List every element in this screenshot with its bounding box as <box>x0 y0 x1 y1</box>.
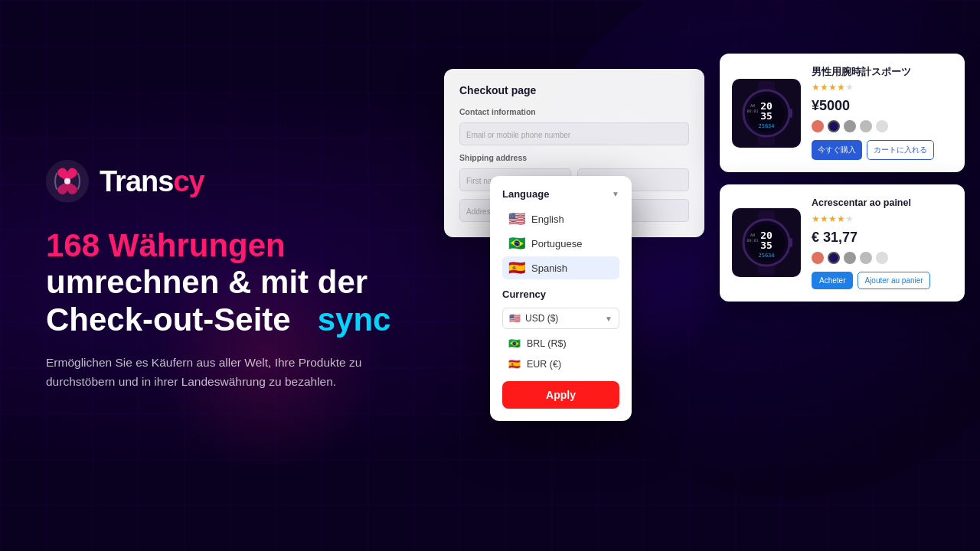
currency-section-title: Currency <box>502 289 619 300</box>
svg-text:25634: 25634 <box>758 253 774 259</box>
currency-item-brl[interactable]: 🇧🇷 BRL (R$) <box>502 334 619 353</box>
left-panel: Transcy 168 Währungen umrechnen & mit de… <box>46 160 413 391</box>
language-label-portuguese: Portuguese <box>531 238 583 249</box>
buy-now-button-1[interactable]: 今すぐ購入 <box>812 140 862 160</box>
color-dot-gray1-2[interactable] <box>844 252 856 264</box>
product-price-2: € 31,77 <box>812 230 952 246</box>
currency-section: Currency 🇺🇸 USD ($) ▼ 🇧🇷 BRL (R$) 🇪🇸 EUR… <box>502 289 619 373</box>
product-card-japanese: 20 35 25634 AM 00:01 男性用腕時計スポーツ ★★★★★ ¥5… <box>720 54 965 172</box>
checkout-title: Checkout page <box>459 84 689 96</box>
subtext: Ermöglichen Sie es Käufern aus aller Wel… <box>46 354 383 392</box>
language-label-english: English <box>531 214 564 225</box>
headline-line3-after: sync <box>318 301 391 337</box>
flag-spanish: 🇪🇸 <box>508 261 525 275</box>
color-dot-gray1-1[interactable] <box>844 120 856 132</box>
product-buttons-2: Acheter Ajouter au panier <box>812 272 952 289</box>
svg-text:35: 35 <box>760 240 773 251</box>
language-item-spanish[interactable]: 🇪🇸 Spanish <box>502 256 619 279</box>
apply-button[interactable]: Apply <box>502 381 619 409</box>
color-dot-gray2-1[interactable] <box>860 120 872 132</box>
add-to-cart-button-2[interactable]: Ajouter au panier <box>858 272 929 289</box>
flag-usd: 🇺🇸 <box>509 313 521 324</box>
headline-line1: 168 Währungen <box>46 227 286 263</box>
headline: 168 Währungen umrechnen & mit der Check-… <box>46 227 413 338</box>
flag-english: 🇺🇸 <box>508 212 525 226</box>
color-dot-red-1[interactable] <box>812 120 824 132</box>
flag-portuguese: 🇧🇷 <box>508 236 525 250</box>
language-currency-dropdown: Language ▼ 🇺🇸 English 🇧🇷 Portuguese 🇪🇸 S… <box>490 176 632 421</box>
svg-text:35: 35 <box>760 110 773 122</box>
color-dot-red-2[interactable] <box>812 252 824 264</box>
headline-line2: umrechnen & mit der <box>46 264 368 300</box>
contact-input[interactable]: Email or mobile phone number <box>459 122 689 145</box>
shipping-label: Shipping address <box>459 153 689 162</box>
flag-eur: 🇪🇸 <box>508 358 521 370</box>
watch-svg-2: 20 35 25634 AM 00:01 <box>733 209 800 276</box>
logo-text: Transcy <box>100 165 204 197</box>
right-panel: Checkout page Contact information Email … <box>444 54 965 497</box>
currency-chevron-icon: ▼ <box>605 315 612 323</box>
logo-row: Transcy <box>46 160 413 203</box>
svg-text:25634: 25634 <box>758 123 774 129</box>
currency-brl-label: BRL (R$) <box>527 338 567 349</box>
svg-rect-12 <box>789 109 792 118</box>
language-item-english[interactable]: 🇺🇸 English <box>502 207 619 230</box>
product-image-2: 20 35 25634 AM 00:01 <box>732 208 801 277</box>
product-buttons-1: 今すぐ購入 カートに入れる <box>812 140 952 160</box>
product-stars-1: ★★★★★ <box>812 82 952 93</box>
svg-text:AM: AM <box>750 233 755 237</box>
currency-item-eur[interactable]: 🇪🇸 EUR (€) <box>502 354 619 373</box>
product-info-1: 男性用腕時計スポーツ ★★★★★ ¥5000 今すぐ購入 カートに入れる <box>812 66 952 160</box>
currency-eur-label: EUR (€) <box>527 359 561 370</box>
product-image-1: 20 35 25634 AM 00:01 <box>732 79 801 148</box>
logo-cy: cy <box>173 165 204 197</box>
product-name-1: 男性用腕時計スポーツ <box>812 66 952 78</box>
product-name-2: Acrescentar ao painel <box>812 197 952 209</box>
language-label-spanish: Spanish <box>531 262 567 274</box>
add-to-cart-button-1[interactable]: カートに入れる <box>867 140 934 160</box>
color-dot-light-2[interactable] <box>876 252 888 264</box>
color-dots-2 <box>812 252 952 264</box>
headline-line3-before: Check-out-Seite <box>46 301 291 337</box>
color-dot-dark-1[interactable] <box>828 120 840 132</box>
product-info-2: Acrescentar ao painel ★★★★★ € 31,77 Ache… <box>812 197 952 289</box>
chevron-down-icon: ▼ <box>612 190 619 198</box>
color-dot-light-1[interactable] <box>876 120 888 132</box>
watch-svg-1: 20 35 25634 AM 00:01 <box>733 80 800 147</box>
svg-rect-23 <box>789 238 792 247</box>
svg-point-1 <box>64 178 70 184</box>
language-item-portuguese[interactable]: 🇧🇷 Portuguese <box>502 232 619 255</box>
product-cards: 20 35 25634 AM 00:01 男性用腕時計スポーツ ★★★★★ ¥5… <box>720 54 965 302</box>
svg-text:00:01: 00:01 <box>746 238 758 243</box>
buy-now-button-2[interactable]: Acheter <box>812 272 853 289</box>
flag-brl: 🇧🇷 <box>508 337 521 349</box>
transcy-logo-icon <box>46 160 89 203</box>
contact-label: Contact information <box>459 107 689 116</box>
currency-usd-label: USD ($) <box>525 313 558 324</box>
color-dots-1 <box>812 120 952 132</box>
product-card-portuguese: 20 35 25634 AM 00:01 Acrescentar ao pain… <box>720 184 965 301</box>
svg-text:00:01: 00:01 <box>746 109 758 113</box>
product-stars-2: ★★★★★ <box>812 214 952 224</box>
language-section-title: Language ▼ <box>502 188 619 200</box>
svg-text:AM: AM <box>750 103 755 108</box>
product-price-1: ¥5000 <box>812 98 952 114</box>
currency-select-usd[interactable]: 🇺🇸 USD ($) ▼ <box>502 308 619 329</box>
color-dot-gray2-2[interactable] <box>860 252 872 264</box>
contact-placeholder: Email or mobile phone number <box>460 123 688 146</box>
color-dot-dark-2[interactable] <box>828 252 840 264</box>
